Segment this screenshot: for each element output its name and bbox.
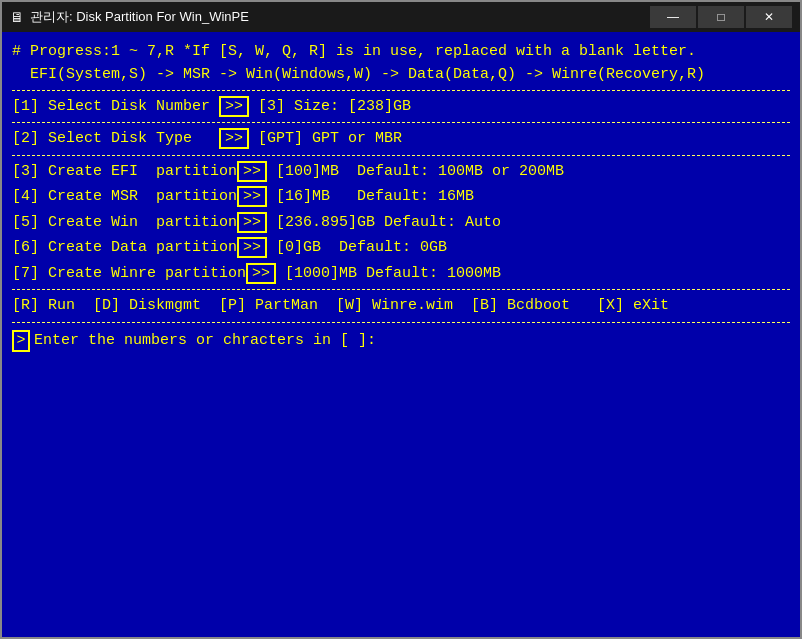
list-item: [6] Create Data partition >> [0]GB Defau… [12,235,790,261]
input-row: > Enter the numbers or chracters in [ ]: [12,330,790,352]
row-6-button[interactable]: >> [237,237,267,258]
list-item: [2] Select Disk Type >> [GPT] GPT or MBR [12,126,790,152]
input-label: Enter the numbers or chracters in [ ]: [34,332,376,349]
divider-bottom [12,289,790,290]
row-2-label: [2] Select Disk Type [12,126,219,152]
row-1-value: [3] Size: [238]GB [249,94,411,120]
row-7-label: [7] Create Winre partition [12,261,246,287]
header-line2: EFI(System,S) -> MSR -> Win(Windows,W) -… [12,63,790,86]
row-3-label: [3] Create EFI partition [12,159,237,185]
row-2-button[interactable]: >> [219,128,249,149]
prompt-box: > [12,330,30,352]
divider-1 [12,90,790,91]
title-bar: 🖥 관리자: Disk Partition For Win_WinPE — □ … [2,2,800,32]
row-2-value: [GPT] GPT or MBR [249,126,402,152]
title-bar-buttons: — □ ✕ [650,6,792,28]
list-item: [7] Create Winre partition >> [1000]MB D… [12,261,790,287]
row-3-value: [100]MB Default: 100MB or 200MB [267,159,564,185]
list-item: [5] Create Win partition >> [236.895]GB … [12,210,790,236]
row-1-button[interactable]: >> [219,96,249,117]
list-item: [3] Create EFI partition >> [100]MB Defa… [12,159,790,185]
row-5-value: [236.895]GB Default: Auto [267,210,501,236]
minimize-button[interactable]: — [650,6,696,28]
row-4-button[interactable]: >> [237,186,267,207]
header-line1: # Progress:1 ~ 7,R *If [S, W, Q, R] is i… [12,40,790,63]
maximize-button[interactable]: □ [698,6,744,28]
divider-input [12,322,790,323]
main-window: 🖥 관리자: Disk Partition For Win_WinPE — □ … [0,0,802,639]
row-6-label: [6] Create Data partition [12,235,237,261]
row-4-label: [4] Create MSR partition [12,184,237,210]
row-7-value: [1000]MB Default: 1000MB [276,261,501,287]
divider-3 [12,155,790,156]
divider-2 [12,122,790,123]
row-5-label: [5] Create Win partition [12,210,237,236]
row-6-value: [0]GB Default: 0GB [267,235,447,261]
row-7-button[interactable]: >> [246,263,276,284]
window-icon: 🖥 [10,9,24,25]
row-1-label: [1] Select Disk Number [12,94,219,120]
row-3-button[interactable]: >> [237,161,267,182]
list-item: [4] Create MSR partition >> [16]MB Defau… [12,184,790,210]
row-5-button[interactable]: >> [237,212,267,233]
window-title: 관리자: Disk Partition For Win_WinPE [30,8,644,26]
bottom-menu: [R] Run [D] Diskmgmt [P] PartMan [W] Win… [12,293,790,319]
close-button[interactable]: ✕ [746,6,792,28]
list-item: [1] Select Disk Number >> [3] Size: [238… [12,94,790,120]
row-4-value: [16]MB Default: 16MB [267,184,474,210]
console-content: # Progress:1 ~ 7,R *If [S, W, Q, R] is i… [2,32,800,637]
